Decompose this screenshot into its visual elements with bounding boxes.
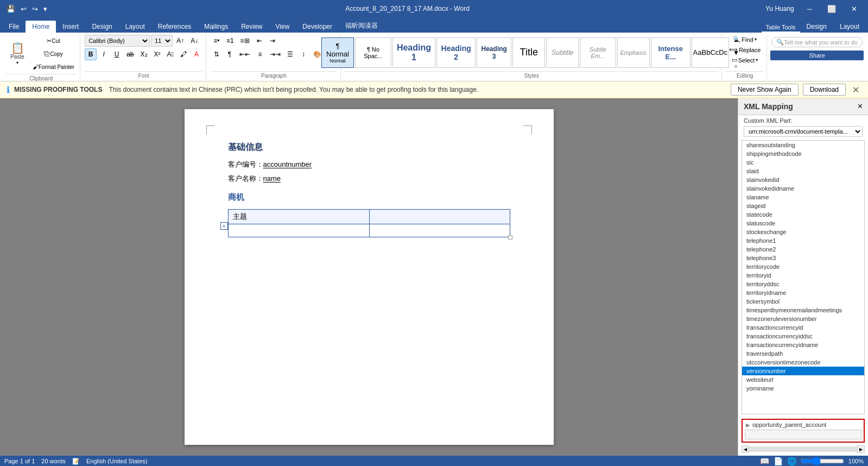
copy-button[interactable]: ⿻ Copy — [30, 48, 77, 60]
xml-list-item[interactable]: utcconversiontimezonecode — [742, 358, 864, 367]
style-title[interactable]: Title — [512, 37, 545, 68]
close-button[interactable]: ✕ — [845, 0, 864, 17]
tab-developer[interactable]: Developer — [296, 21, 339, 33]
tab-file[interactable]: File — [2, 21, 26, 33]
bold-button[interactable]: B — [85, 48, 97, 60]
table-resize-handle[interactable] — [508, 235, 512, 240]
xml-namespace-dropdown[interactable]: urn:microsoft-crm/document-templa... — [744, 126, 863, 137]
xml-list-item[interactable]: sic — [742, 158, 864, 167]
xml-list-item[interactable]: tickersymbol — [742, 297, 864, 306]
xml-list-item[interactable]: telephone2 — [742, 245, 864, 254]
style-emphasis[interactable]: Emphasis — [617, 37, 650, 68]
xml-scroll-right[interactable]: ▶ — [857, 445, 865, 453]
increase-indent-button[interactable]: ⇥ — [267, 35, 278, 47]
xml-list-item[interactable]: statuscode — [742, 219, 864, 228]
style-heading2[interactable]: Heading 2 — [436, 37, 476, 68]
xml-list-scroll[interactable]: sharesoutstandingshippingmethodcodesicsl… — [742, 140, 865, 414]
print-layout-button[interactable]: 📄 — [774, 457, 783, 465]
numbering-button[interactable]: ≡1 — [224, 35, 237, 47]
tab-layout[interactable]: Layout — [119, 21, 151, 33]
underline-button[interactable]: U — [111, 48, 123, 60]
xml-list-item[interactable]: statecode — [742, 210, 864, 219]
tab-home[interactable]: Home — [26, 21, 56, 33]
xml-list-item[interactable]: territoryidname — [742, 288, 864, 297]
notification-close-button[interactable]: ✕ — [850, 85, 861, 95]
xml-list-item[interactable]: stageid — [742, 201, 864, 210]
find-button[interactable]: 🔍 Find ▾ — [730, 35, 759, 44]
font-shrink-button[interactable]: A↓ — [188, 35, 201, 47]
style-heading3[interactable]: Heading 3 — [477, 37, 511, 68]
download-button[interactable]: Download — [803, 84, 846, 96]
undo-button[interactable]: ↩ — [18, 4, 29, 14]
tab-mailings[interactable]: Mailings — [198, 21, 235, 33]
save-button[interactable]: 💾 — [4, 4, 17, 14]
superscript-button[interactable]: X² — [151, 48, 163, 60]
table-cell-1-2[interactable] — [369, 224, 510, 237]
tab-foxit[interactable]: 福昕阅读器 — [339, 19, 384, 33]
tab-insert[interactable]: Insert — [56, 21, 85, 33]
zoom-slider[interactable] — [801, 457, 844, 465]
xml-panel-close-button[interactable]: × — [858, 102, 863, 111]
tab-view[interactable]: View — [269, 21, 296, 33]
xml-list-item[interactable]: territorycode — [742, 262, 864, 271]
minimize-button[interactable]: ─ — [801, 0, 819, 17]
read-mode-button[interactable]: 📖 — [760, 457, 769, 465]
xml-list-item[interactable]: shippingmethodcode — [742, 149, 864, 158]
tab-references[interactable]: References — [151, 21, 198, 33]
font-name-select[interactable]: Calibri (Body) — [85, 35, 150, 47]
text-effects-button[interactable]: A⃝ — [164, 48, 176, 60]
style-subtitle[interactable]: Subtitle — [546, 37, 579, 68]
sort-button[interactable]: ⇅ — [211, 48, 223, 60]
tab-review[interactable]: Review — [235, 21, 269, 33]
multilevel-button[interactable]: ≡⊞ — [238, 35, 252, 47]
tell-me-input[interactable]: 🔍 Tell me what you want to do — [771, 37, 863, 47]
highlight-button[interactable]: 🖍 — [178, 48, 189, 60]
format-painter-button[interactable]: 🖌 Format Painter — [30, 61, 77, 73]
style-heading1[interactable]: Heading 1 — [392, 37, 436, 68]
tab-table-design[interactable]: Design — [800, 21, 833, 33]
show-marks-button[interactable]: ¶ — [224, 48, 236, 60]
xml-list-item[interactable]: yominame — [742, 384, 864, 393]
xml-list-item[interactable]: slainvokedid — [742, 175, 864, 184]
xml-list-item[interactable]: telephone3 — [742, 254, 864, 262]
xml-list-item[interactable]: slaname — [742, 193, 864, 201]
style-intense-e[interactable]: Intense E... — [651, 37, 690, 68]
align-left-button[interactable]: ⇤⇤ — [237, 48, 253, 60]
strikethrough-button[interactable]: ab — [124, 48, 136, 60]
italic-button[interactable]: I — [98, 48, 110, 60]
bullets-button[interactable]: ≡• — [211, 35, 223, 47]
xml-list-item[interactable]: timespentbymeonemailandmeetings — [742, 306, 864, 314]
xml-node-item[interactable]: ▶ opportunity_parent_account — [745, 421, 861, 429]
xml-list-item[interactable]: websiteurl — [742, 375, 864, 384]
xml-node-input[interactable] — [745, 430, 861, 439]
justify-button[interactable]: ☰ — [284, 48, 296, 60]
xml-list-item[interactable]: territoryddsc — [742, 280, 864, 288]
style-subtle-em[interactable]: Subtle Em... — [580, 37, 616, 68]
restore-button[interactable]: ⬜ — [821, 0, 842, 17]
font-grow-button[interactable]: A↑ — [174, 35, 187, 47]
xml-list-item[interactable]: timezoneruleversionumber — [742, 314, 864, 323]
xml-list-item[interactable]: slainvokedidname — [742, 184, 864, 193]
tab-design[interactable]: Design — [85, 21, 118, 33]
xml-horizontal-scroll[interactable]: ◀ ▶ — [742, 445, 865, 454]
subscript-button[interactable]: X₂ — [138, 48, 150, 60]
table-cell-1-1[interactable] — [228, 224, 369, 237]
xml-list-item[interactable]: sharesoutstanding — [742, 141, 864, 149]
customize-qa-button[interactable]: ▾ — [41, 4, 49, 14]
redo-button[interactable]: ↪ — [30, 4, 40, 14]
xml-list-item[interactable]: telephone1 — [742, 236, 864, 245]
align-center-button[interactable]: ≡ — [254, 48, 266, 60]
xml-list-item[interactable]: transactioncurrencyidname — [742, 341, 864, 349]
never-show-again-button[interactable]: Never Show Again — [731, 84, 799, 96]
line-spacing-button[interactable]: ↕ — [297, 48, 309, 60]
font-size-select[interactable]: 11 — [151, 35, 173, 47]
replace-button[interactable]: ⟺ Replace — [726, 45, 763, 54]
style-normal[interactable]: ¶ Normal Normal — [321, 37, 354, 68]
xml-list-item[interactable]: stockexchange — [742, 228, 864, 236]
share-button[interactable]: Share — [770, 51, 864, 60]
style-no-spacing[interactable]: ¶ No Spac... — [355, 37, 391, 68]
xml-list-item[interactable]: transactioncurrencyiddsc — [742, 332, 864, 341]
tab-table-layout[interactable]: Layout — [833, 21, 866, 33]
cut-button[interactable]: ✂ Cut — [30, 35, 77, 47]
xml-list-item[interactable]: territoryid — [742, 271, 864, 280]
